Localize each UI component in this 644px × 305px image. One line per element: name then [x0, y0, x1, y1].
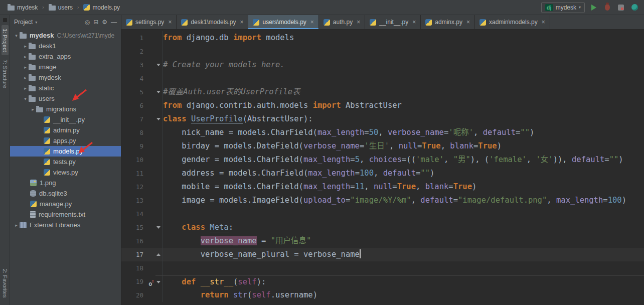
- code-line[interactable]: 15 class Meta:: [121, 221, 644, 234]
- code-line[interactable]: 6from django.contrib.auth.models import …: [121, 99, 644, 112]
- tree-item-apps-py[interactable]: apps.py: [10, 135, 121, 146]
- code-text[interactable]: [163, 72, 644, 85]
- breadcrumb-item-mydesk[interactable]: mydesk: [5, 3, 40, 12]
- code-line[interactable]: 4: [121, 72, 644, 85]
- hide-icon[interactable]: —: [111, 19, 117, 26]
- editor-tab-xadmin-models-py[interactable]: xadmin\models.py×: [475, 15, 550, 29]
- tab-close-icon[interactable]: ×: [310, 19, 314, 26]
- tree-chevron-icon[interactable]: ▸: [22, 65, 29, 70]
- code-text[interactable]: [163, 207, 644, 221]
- code-line[interactable]: 1from django.db import models: [121, 31, 644, 45]
- code-text[interactable]: from django.db import models: [163, 31, 644, 45]
- tree-chevron-icon[interactable]: ▸: [30, 107, 36, 112]
- tree-chevron-icon[interactable]: ▾: [22, 96, 29, 101]
- tree-item-db-sqlite3[interactable]: db.sqlite3: [10, 188, 121, 199]
- tree-chevron-icon[interactable]: ▸: [22, 86, 29, 91]
- fold-up-icon[interactable]: [156, 253, 160, 256]
- tab-close-icon[interactable]: ×: [240, 19, 243, 26]
- tree-item--init-py[interactable]: __init__.py: [10, 114, 121, 125]
- editor-tab-users-models-py[interactable]: users\models.py×: [248, 15, 318, 29]
- code-line[interactable]: 3# Create your models here.: [121, 58, 644, 72]
- tree-item-image[interactable]: ▸image: [10, 62, 121, 72]
- debug-button[interactable]: [603, 3, 612, 12]
- tree-chevron-icon[interactable]: ▸: [22, 44, 29, 49]
- editor-tab-desk1-models-py[interactable]: desk1\models.py×: [177, 15, 248, 29]
- code-line[interactable]: 17 verbose_name_plural = verbose_name: [121, 248, 644, 261]
- fold-down-icon[interactable]: [156, 118, 160, 120]
- code-text[interactable]: mobile = models.CharField(max_length=11,…: [163, 180, 644, 194]
- tree-item-tests-py[interactable]: tests.py: [10, 157, 121, 167]
- editor-tab-settings-py[interactable]: settings.py×: [121, 15, 177, 29]
- code-text[interactable]: # Create your models here.: [163, 58, 644, 72]
- tree-chevron-icon[interactable]: ▸: [22, 75, 29, 80]
- tab-close-icon[interactable]: ×: [542, 19, 545, 26]
- code-text[interactable]: image = models.ImageField(upload_to="ima…: [163, 194, 644, 207]
- code-line[interactable]: 7class UserProfile(AbstractUser):: [121, 112, 644, 126]
- code-line[interactable]: 9 birday = models.DateField(verbose_name…: [121, 139, 644, 153]
- editor-tab-auth-py[interactable]: auth.py×: [319, 15, 365, 29]
- breadcrumb-item-users[interactable]: users: [46, 3, 75, 12]
- fold-down-icon[interactable]: [156, 91, 160, 93]
- override-method-icon[interactable]: o↑: [147, 275, 155, 288]
- tree-chevron-icon[interactable]: ▸: [22, 54, 29, 59]
- code-line[interactable]: 18: [121, 261, 644, 275]
- stripe-button-7-structure[interactable]: 7: Structure: [2, 56, 9, 92]
- code-text[interactable]: [163, 261, 644, 275]
- code-line[interactable]: 11 address = models.CharField(max_length…: [121, 167, 644, 180]
- run-button[interactable]: [589, 3, 598, 12]
- code-line[interactable]: 12 mobile = models.CharField(max_length=…: [121, 180, 644, 194]
- code-line[interactable]: 8 nick_name = models.CharField(max_lengt…: [121, 126, 644, 139]
- code-line[interactable]: 20 return str(self.username): [121, 288, 644, 302]
- code-text[interactable]: #覆盖Auth.user表的UserProfile表: [163, 85, 644, 99]
- stripe-button-1-project[interactable]: 1: Project: [2, 25, 9, 55]
- tree-item-external-libraries[interactable]: ▸External Libraries: [10, 220, 121, 230]
- fold-down-icon[interactable]: [156, 281, 160, 283]
- code-text[interactable]: nick_name = models.CharField(max_length=…: [163, 126, 644, 139]
- tree-item-extra-apps[interactable]: ▸extra_apps: [10, 51, 121, 62]
- code-line[interactable]: 10 gender = models.CharField(max_length=…: [121, 153, 644, 167]
- code-area[interactable]: 1from django.db import models23# Create …: [121, 30, 644, 305]
- fold-down-icon[interactable]: [156, 64, 160, 66]
- collapse-all-icon[interactable]: ⊟: [93, 19, 98, 26]
- tree-item-manage-py[interactable]: manage.py: [10, 199, 121, 209]
- code-text[interactable]: return str(self.username): [163, 288, 644, 302]
- tree-item-models-py[interactable]: models.py: [10, 146, 121, 157]
- code-text[interactable]: verbose_name_plural = verbose_name: [163, 248, 644, 261]
- run-config-selector[interactable]: dj mydesk ▾: [541, 2, 585, 13]
- editor-tab--init-py[interactable]: __init__.py×: [365, 15, 421, 29]
- settings-icon[interactable]: ⚙: [102, 19, 107, 26]
- code-text[interactable]: def __str__(self):: [163, 275, 644, 288]
- code-line[interactable]: 5#覆盖Auth.user表的UserProfile表: [121, 85, 644, 99]
- tree-item-mydesk[interactable]: ▸mydesk: [10, 72, 121, 83]
- code-text[interactable]: address = models.CharField(max_length=10…: [163, 167, 644, 180]
- code-text[interactable]: class UserProfile(AbstractUser):: [163, 112, 644, 126]
- tree-item-requirements-txt[interactable]: requirements.txt: [10, 209, 121, 220]
- tab-close-icon[interactable]: ×: [466, 19, 470, 26]
- code-line[interactable]: 19o↑ def __str__(self):: [121, 275, 644, 288]
- editor-tab-adminx-py[interactable]: adminx.py×: [421, 15, 475, 29]
- tab-close-icon[interactable]: ×: [357, 19, 360, 26]
- coverage-button[interactable]: [616, 3, 625, 12]
- tree-item-mydesk[interactable]: ▾mydeskC:\Users\wt271\myde: [10, 30, 121, 41]
- code-line[interactable]: 14: [121, 207, 644, 221]
- code-text[interactable]: class Meta:: [163, 221, 644, 234]
- locate-icon[interactable]: ◎: [85, 19, 90, 26]
- code-line[interactable]: 2: [121, 45, 644, 58]
- tree-chevron-icon[interactable]: ▸: [13, 223, 20, 228]
- fold-down-icon[interactable]: [156, 226, 160, 229]
- tree-item-admin-py[interactable]: admin.py: [10, 125, 121, 135]
- code-text[interactable]: from django.contrib.auth.models import A…: [163, 99, 644, 112]
- tree-item-1-png[interactable]: 1.png: [10, 178, 121, 188]
- code-text[interactable]: birday = models.DateField(verbose_name='…: [163, 139, 644, 153]
- project-panel-title[interactable]: Project: [14, 19, 33, 26]
- code-text[interactable]: [163, 45, 644, 58]
- code-line[interactable]: 13 image = models.ImageField(upload_to="…: [121, 194, 644, 207]
- code-text[interactable]: gender = models.CharField(max_length=5, …: [163, 153, 644, 167]
- chevron-down-icon[interactable]: ▾: [35, 20, 37, 25]
- tree-item-users[interactable]: ▾users: [10, 93, 121, 104]
- tool-windows-icon[interactable]: [3, 18, 7, 22]
- tab-close-icon[interactable]: ×: [412, 19, 416, 26]
- code-line[interactable]: 16 verbose_name = "用户信息": [121, 234, 644, 248]
- breadcrumb-item-models-py[interactable]: models.py: [81, 3, 122, 12]
- profiler-button[interactable]: [630, 3, 639, 12]
